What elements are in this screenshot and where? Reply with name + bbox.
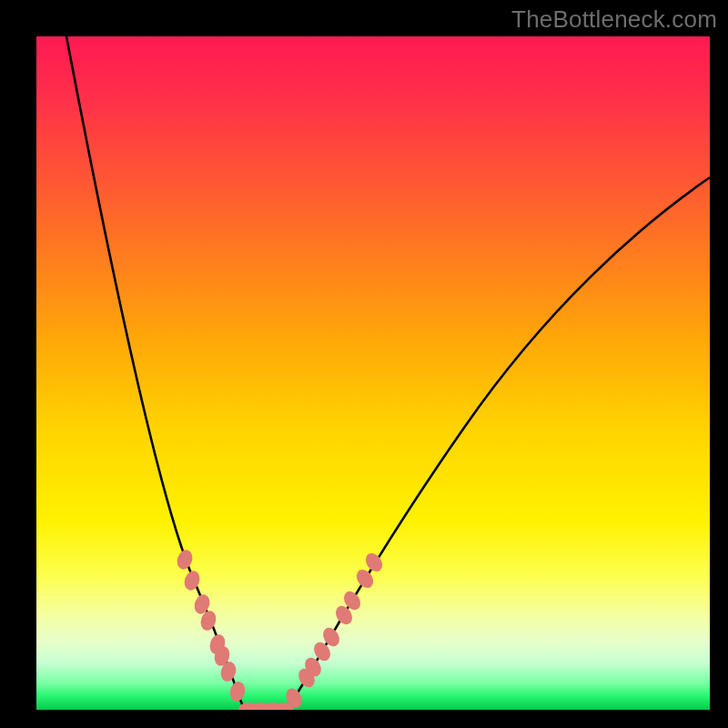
outer-frame: TheBottleneck.com: [0, 0, 728, 728]
marker-layer: [175, 548, 386, 710]
data-point-marker: [228, 681, 247, 703]
right-curve-path: [284, 177, 710, 710]
data-point-marker: [182, 569, 203, 592]
chart-svg: [36, 36, 710, 710]
watermark-text: TheBottleneck.com: [511, 5, 717, 34]
left-curve-path: [66, 36, 248, 710]
chart-plot-area: [36, 36, 710, 710]
data-point-marker: [175, 548, 196, 571]
